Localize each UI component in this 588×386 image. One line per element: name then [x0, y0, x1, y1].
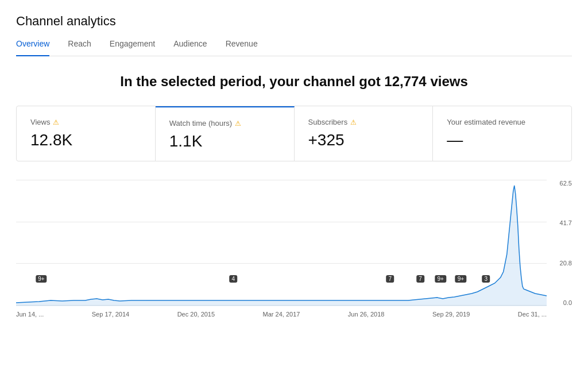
metric-value-revenue: —	[447, 131, 558, 149]
tab-audience[interactable]: Audience	[173, 39, 207, 56]
tab-engagement[interactable]: Engagement	[110, 39, 155, 56]
chart-svg	[16, 180, 547, 306]
x-label-2: Dec 20, 2015	[177, 311, 215, 318]
metric-value-subscribers: +325	[308, 131, 419, 149]
metric-value-views: 12.8K	[30, 131, 141, 149]
metric-cards: Views ⚠ 12.8K Watch time (hours) ⚠ 1.1K …	[16, 106, 572, 161]
metric-card-watchtime[interactable]: Watch time (hours) ⚠ 1.1K	[156, 106, 295, 161]
y-label-bottom: 0.0	[563, 299, 572, 306]
metric-label-revenue: Your estimated revenue	[447, 118, 558, 126]
x-label-6: Dec 31, ...	[518, 311, 547, 318]
page-title: Channel analytics	[16, 14, 572, 29]
x-label-3: Mar 24, 2017	[263, 311, 300, 318]
metric-card-revenue[interactable]: Your estimated revenue —	[433, 106, 571, 161]
metric-card-views[interactable]: Views ⚠ 12.8K	[17, 106, 156, 161]
chart-inner: 9+ 4 7 7 9+ 9+ 3	[16, 180, 547, 306]
badge-6: 9+	[455, 275, 466, 283]
svg-marker-0	[16, 186, 547, 306]
x-label-1: Sep 17, 2014	[92, 311, 129, 318]
y-label-top: 62.5	[560, 180, 572, 187]
warn-icon-watchtime: ⚠	[235, 119, 241, 128]
x-label-0: Jun 14, ...	[16, 311, 44, 318]
badge-5: 9+	[435, 275, 446, 283]
tab-overview[interactable]: Overview	[16, 39, 49, 56]
metric-value-watchtime: 1.1K	[169, 132, 280, 150]
y-label-mid2: 20.8	[560, 260, 572, 267]
badge-2: 4	[230, 275, 238, 283]
x-label-4: Jun 26, 2018	[348, 311, 385, 318]
summary-headline: In the selected period, your channel got…	[16, 74, 572, 90]
metric-label-watchtime: Watch time (hours) ⚠	[169, 119, 280, 128]
tab-reach[interactable]: Reach	[68, 39, 91, 56]
badge-3: 7	[386, 275, 394, 283]
y-label-mid1: 41.7	[560, 219, 572, 226]
metric-label-views: Views ⚠	[30, 118, 141, 126]
y-axis: 62.5 41.7 20.8 0.0	[549, 180, 572, 306]
warn-icon-views: ⚠	[53, 118, 59, 126]
video-badges: 9+ 4 7 7 9+ 9+ 3	[16, 275, 521, 285]
warn-icon-subscribers: ⚠	[350, 118, 357, 126]
metric-label-subscribers: Subscribers ⚠	[308, 118, 419, 126]
tab-revenue[interactable]: Revenue	[226, 39, 258, 56]
page-wrapper: Channel analytics Overview Reach Engagem…	[0, 0, 588, 329]
badge-7: 3	[482, 275, 490, 283]
metric-card-subscribers[interactable]: Subscribers ⚠ +325	[295, 106, 434, 161]
badge-1: 9+	[36, 275, 47, 283]
x-axis: Jun 14, ... Sep 17, 2014 Dec 20, 2015 Ma…	[16, 306, 572, 318]
chart-area: 9+ 4 7 7 9+ 9+ 3 62.5 41.7 20.8 0.0 Jun …	[16, 180, 572, 329]
x-label-5: Sep 29, 2019	[432, 311, 470, 318]
chart-container: 9+ 4 7 7 9+ 9+ 3 62.5 41.7 20.8 0.0	[16, 180, 572, 306]
tabs-nav: Overview Reach Engagement Audience Reven…	[16, 39, 572, 56]
badge-4: 7	[416, 275, 424, 283]
